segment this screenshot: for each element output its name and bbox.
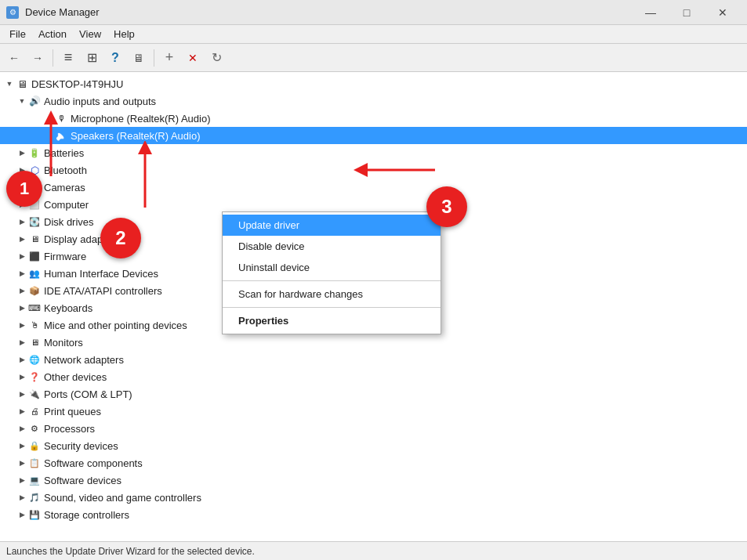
snd-icon	[28, 491, 41, 504]
stor-expand	[16, 508, 28, 521]
tree-processors[interactable]: Processors	[0, 420, 747, 437]
bat-icon	[28, 146, 41, 159]
tree-software-dev[interactable]: Software devices	[0, 471, 747, 489]
ports-expand	[16, 388, 28, 400]
status-bar: Launches the Update Driver Wizard for th…	[0, 541, 747, 560]
ctx-update-driver[interactable]: Update driver	[223, 215, 441, 236]
tree-cameras[interactable]: Cameras	[0, 179, 747, 196]
root-expand-arrow	[3, 78, 16, 90]
tree-print[interactable]: Print queues	[0, 403, 747, 420]
menu-file[interactable]: File	[3, 27, 32, 42]
other-expand	[16, 370, 28, 383]
maximize-button[interactable]: □	[669, 0, 705, 25]
audio-expand	[16, 95, 28, 107]
tree-speakers[interactable]: Speakers (Realtek(R) Audio)	[0, 127, 747, 144]
tree-root[interactable]: DESKTOP-I4T9HJU	[0, 75, 747, 92]
ide-label: IDE ATA/ATAPI controllers	[44, 285, 162, 297]
hid-icon	[28, 267, 41, 280]
tree-other[interactable]: Other devices	[0, 368, 747, 385]
disp-icon	[28, 233, 41, 245]
sec-icon	[28, 439, 41, 452]
snd-label: Sound, video and game controllers	[44, 492, 201, 504]
toolbar-sep-1	[53, 49, 53, 67]
speaker-icon	[55, 129, 67, 142]
bt-label: Bluetooth	[44, 164, 87, 176]
firm-label: Firmware	[44, 251, 86, 262]
audio-icon	[28, 95, 41, 107]
back-button[interactable]: ←	[3, 47, 25, 69]
tree-computer[interactable]: Computer	[0, 196, 747, 213]
tree-monitors[interactable]: Monitors	[0, 334, 747, 351]
tree-software-comp[interactable]: Software components	[0, 454, 747, 471]
menu-action[interactable]: Action	[32, 27, 73, 42]
tree-microphone[interactable]: Microphone (Realtek(R) Audio)	[0, 110, 747, 127]
tree-security[interactable]: Security devices	[0, 437, 747, 454]
ctx-uninstall-device[interactable]: Uninstall device	[223, 257, 441, 278]
mon-expand	[16, 336, 28, 349]
forward-button[interactable]: →	[27, 47, 49, 69]
mic-icon	[55, 112, 67, 125]
mice-label: Mice and other pointing devices	[44, 320, 187, 331]
mice-icon	[28, 319, 41, 331]
print-icon	[28, 405, 41, 417]
bt-expand	[16, 164, 28, 176]
bat-expand	[16, 146, 28, 159]
properties-button[interactable]: ≡	[57, 47, 79, 69]
tree-ports[interactable]: Ports (COM & LPT)	[0, 385, 747, 403]
firm-icon	[28, 250, 41, 262]
menu-help[interactable]: Help	[107, 27, 141, 42]
ctx-scan-hardware[interactable]: Scan for hardware changes	[223, 284, 441, 305]
tree-network[interactable]: Network adapters	[0, 351, 747, 368]
tree-audio[interactable]: Audio inputs and outputs	[0, 92, 747, 110]
comp-icon	[28, 198, 41, 211]
toolbar: ← → ≡ ⊞ ? 🖥 + ✕ ↻	[0, 44, 747, 72]
sec-expand	[16, 439, 28, 452]
menu-bar: File Action View Help	[0, 25, 747, 44]
proc-icon	[28, 422, 41, 435]
other-icon	[28, 370, 41, 383]
add-button[interactable]: +	[158, 47, 180, 69]
kb-expand	[16, 302, 28, 314]
ctx-disable-device[interactable]: Disable device	[223, 236, 441, 257]
tree-storage[interactable]: Storage controllers	[0, 506, 747, 523]
proc-expand	[16, 422, 28, 435]
mic-label: Microphone (Realtek(R) Audio)	[71, 113, 210, 125]
other-label: Other devices	[44, 371, 107, 383]
ide-expand	[16, 284, 28, 297]
disk-label: Disk drives	[44, 216, 94, 228]
tree-sound[interactable]: Sound, video and game controllers	[0, 489, 747, 506]
update-driver-button[interactable]: ⊞	[81, 47, 103, 69]
minimize-button[interactable]: —	[633, 0, 669, 25]
help-button[interactable]: ?	[104, 47, 126, 69]
bat-label: Batteries	[44, 147, 84, 159]
hid-expand	[16, 267, 28, 280]
speaker-label: Speakers (Realtek(R) Audio)	[71, 130, 200, 142]
context-menu: Update driver Disable device Uninstall d…	[222, 211, 441, 334]
ports-label: Ports (COM & LPT)	[44, 388, 132, 400]
menu-view[interactable]: View	[73, 27, 107, 42]
root-label: DESKTOP-I4T9HJU	[31, 78, 124, 90]
remove-button[interactable]: ✕	[182, 47, 204, 69]
close-button[interactable]: ✕	[705, 0, 741, 25]
swc-expand	[16, 457, 28, 469]
cam-icon	[28, 181, 41, 193]
ctx-properties[interactable]: Properties	[223, 310, 441, 331]
refresh-button[interactable]: ↻	[205, 47, 227, 69]
swc-icon	[28, 457, 41, 469]
disk-expand	[16, 215, 28, 228]
kb-label: Keyboards	[44, 302, 92, 314]
cam-expand	[16, 181, 28, 193]
hid-label: Human Interface Devices	[44, 268, 158, 280]
ide-icon	[28, 284, 41, 297]
toolbar-sep-2	[154, 49, 154, 67]
title-bar: ⚙ Device Manager — □ ✕	[0, 0, 747, 25]
mon-label: Monitors	[44, 337, 83, 349]
window-controls: — □ ✕	[633, 0, 741, 25]
comp-expand	[16, 198, 28, 211]
tree-batteries[interactable]: Batteries	[0, 144, 747, 161]
sec-label: Security devices	[44, 440, 118, 452]
comp-label: Computer	[44, 199, 89, 211]
tree-bluetooth[interactable]: Bluetooth	[0, 161, 747, 179]
display-button[interactable]: 🖥	[128, 47, 150, 69]
status-text: Launches the Update Driver Wizard for th…	[6, 546, 255, 557]
